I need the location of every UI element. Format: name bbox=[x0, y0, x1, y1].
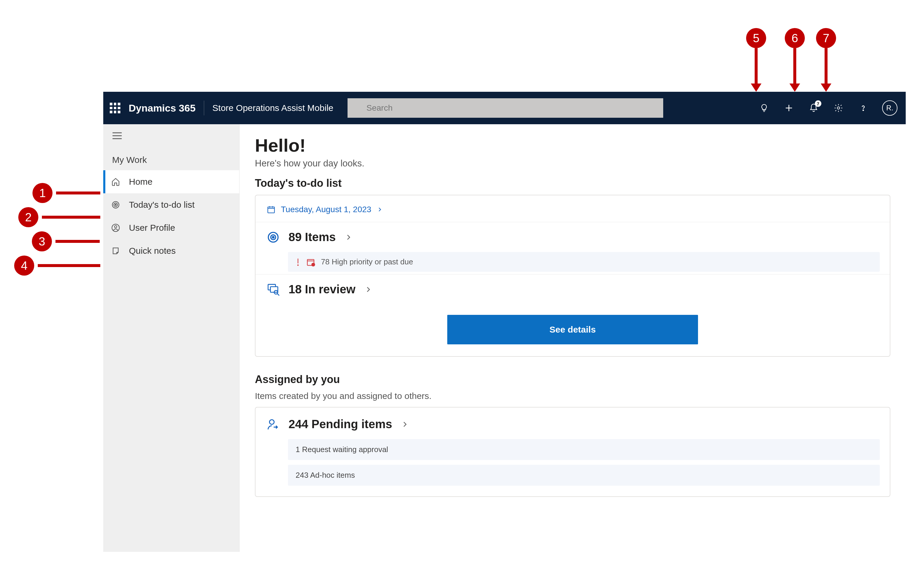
divider bbox=[204, 101, 204, 115]
sidebar-item-label: Today's to-do list bbox=[129, 200, 195, 210]
items-row[interactable]: 89 Items bbox=[265, 222, 880, 252]
sidebar: My Work Home Today's to-do list User Pro… bbox=[103, 124, 240, 552]
app-launcher-icon[interactable] bbox=[110, 103, 120, 113]
chevron-right-icon bbox=[345, 234, 352, 241]
assigned-sub-row[interactable]: 243 Ad-hoc items bbox=[288, 465, 880, 486]
target-icon bbox=[267, 231, 280, 244]
items-count: 89 Items bbox=[289, 230, 336, 244]
see-details-button[interactable]: See details bbox=[447, 315, 698, 344]
home-icon bbox=[110, 177, 121, 187]
high-priority-row[interactable]: 78 High priority or past due bbox=[288, 252, 880, 272]
callout-6: 6 bbox=[785, 28, 805, 92]
todo-section-title: Today's to-do list bbox=[255, 177, 890, 189]
todo-card: Tuesday, August 1, 2023 89 Items bbox=[255, 195, 890, 357]
svg-rect-14 bbox=[268, 207, 275, 213]
svg-point-30 bbox=[269, 419, 274, 424]
alert-icon bbox=[296, 258, 301, 266]
callout-4: 4 bbox=[14, 256, 112, 275]
calendar-icon bbox=[267, 205, 275, 214]
main-content: Hello! Here's how your day looks. Today'… bbox=[240, 124, 906, 552]
callout-bubble: 7 bbox=[816, 28, 836, 48]
callout-bubble: 1 bbox=[32, 183, 53, 203]
svg-point-13 bbox=[115, 226, 117, 228]
help-icon[interactable] bbox=[857, 102, 869, 114]
pending-items-row[interactable]: 244 Pending items bbox=[265, 416, 880, 439]
chevron-right-icon bbox=[364, 286, 372, 293]
svg-point-4 bbox=[837, 107, 839, 109]
svg-point-20 bbox=[272, 236, 274, 238]
callout-bubble: 4 bbox=[14, 256, 34, 275]
review-icon bbox=[267, 283, 280, 296]
pending-items-count: 244 Pending items bbox=[289, 418, 392, 431]
callout-1: 1 bbox=[32, 183, 112, 203]
callout-bubble: 3 bbox=[32, 231, 52, 251]
callout-bubble: 5 bbox=[746, 28, 766, 48]
app-window: Dynamics 365 Store Operations Assist Mob… bbox=[103, 91, 906, 552]
hamburger-icon[interactable] bbox=[103, 124, 239, 142]
settings-icon[interactable] bbox=[833, 102, 844, 114]
target-icon bbox=[110, 200, 121, 210]
sidebar-item-label: User Profile bbox=[129, 223, 175, 233]
assigned-section-title: Assigned by you bbox=[255, 373, 890, 386]
person-assign-icon bbox=[267, 418, 280, 431]
user-icon bbox=[110, 223, 121, 233]
search-input[interactable] bbox=[347, 98, 663, 118]
lightbulb-icon[interactable] bbox=[758, 102, 770, 114]
callout-7: 7 bbox=[816, 28, 836, 92]
in-review-count: 18 In review bbox=[289, 283, 355, 296]
brand-name: Dynamics 365 bbox=[129, 102, 196, 114]
search-container bbox=[347, 98, 663, 118]
chevron-right-icon bbox=[377, 206, 383, 213]
callout-bubble: 6 bbox=[785, 28, 805, 48]
callout-3: 3 bbox=[32, 231, 112, 251]
sidebar-item-label: Home bbox=[129, 177, 152, 187]
svg-rect-21 bbox=[298, 259, 298, 263]
sidebar-section-label: My Work bbox=[103, 142, 239, 170]
callout-bubble: 2 bbox=[18, 207, 38, 227]
assigned-subtitle: Items created by you and assigned to oth… bbox=[255, 391, 890, 401]
avatar[interactable]: R. bbox=[882, 100, 897, 116]
app-name: Store Operations Assist Mobile bbox=[213, 103, 333, 113]
add-icon[interactable] bbox=[783, 102, 795, 114]
callout-2: 2 bbox=[18, 207, 112, 227]
notification-badge: 7 bbox=[815, 100, 821, 107]
high-priority-text: 78 High priority or past due bbox=[321, 257, 413, 266]
svg-point-25 bbox=[312, 262, 315, 266]
sidebar-item-profile[interactable]: User Profile bbox=[103, 216, 239, 239]
calendar-alert-icon bbox=[306, 258, 315, 266]
in-review-row[interactable]: 18 In review bbox=[265, 274, 880, 304]
date-picker[interactable]: Tuesday, August 1, 2023 bbox=[265, 203, 880, 222]
notifications-icon[interactable]: 7 bbox=[808, 102, 820, 114]
date-text: Tuesday, August 1, 2023 bbox=[281, 205, 371, 214]
svg-point-22 bbox=[297, 264, 299, 266]
sidebar-item-label: Quick notes bbox=[129, 246, 176, 256]
callout-5: 5 bbox=[746, 28, 766, 92]
greeting-subtitle: Here's how your day looks. bbox=[255, 158, 890, 169]
assigned-card: 244 Pending items 1 Request waiting appr… bbox=[255, 407, 890, 497]
svg-point-5 bbox=[863, 110, 864, 110]
header-bar: Dynamics 365 Store Operations Assist Mob… bbox=[103, 92, 906, 124]
chevron-right-icon bbox=[401, 421, 409, 428]
sidebar-item-notes[interactable]: Quick notes bbox=[103, 239, 239, 262]
note-icon bbox=[110, 246, 121, 256]
greeting-title: Hello! bbox=[255, 135, 890, 156]
svg-line-29 bbox=[277, 294, 279, 295]
svg-point-11 bbox=[115, 204, 116, 205]
header-actions: 7 R. bbox=[758, 100, 897, 116]
assigned-sub-row[interactable]: 1 Request waiting approval bbox=[288, 439, 880, 460]
sidebar-item-home[interactable]: Home bbox=[103, 170, 239, 193]
sidebar-item-todo[interactable]: Today's to-do list bbox=[103, 193, 239, 216]
